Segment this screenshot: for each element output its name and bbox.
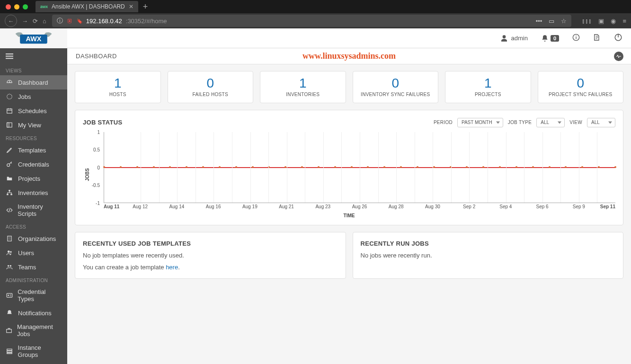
svg-rect-3 [576,37,576,39]
bell-icon [541,35,549,42]
chart-xticks: Aug 11Aug 12Aug 14Aug 16Aug 19Aug 21Aug … [104,204,615,211]
sidebar-item-credentials[interactable]: Credentials [0,157,67,171]
jobtype-select[interactable]: ALL [536,118,565,127]
svg-rect-28 [7,353,12,354]
sidebar-item-inventory-scripts[interactable]: Inventory Scripts [0,200,67,221]
summary-card[interactable]: 1PROJECTS [445,71,531,103]
activity-stream-button[interactable] [614,52,623,61]
user-menu[interactable]: admin [500,35,527,42]
sidebar-item-label: Management Jobs [17,323,62,337]
svg-point-14 [7,164,10,167]
docs-button[interactable] [593,34,601,43]
sidebar-item-templates[interactable]: Templates [0,143,67,157]
browser-tab[interactable]: awx Ansible AWX | DASHBOARD ✕ [36,1,138,12]
view-label: VIEW [569,120,582,125]
sidebar-item-instance-groups[interactable]: Instance Groups [0,341,67,362]
job-status-panel: JOB STATUS PERIOD PAST MONTH JOB TYPE AL… [75,110,623,225]
bookmark-icon[interactable]: ☆ [561,18,567,25]
new-tab-button[interactable]: + [143,2,148,12]
svg-point-21 [8,265,9,267]
summary-card[interactable]: 0PROJECT SYNC FAILURES [538,71,624,103]
protection-icon[interactable]: ▭ [549,18,554,25]
sidebar-section-resources: RESOURCES [0,132,67,143]
sidebar-item-organizations[interactable]: Organizations [0,231,67,246]
heartbeat-icon [616,53,622,59]
forward-button[interactable]: → [22,18,28,25]
shield-icon[interactable]: ⛨ [67,18,73,25]
summary-card[interactable]: 0FAILED HOSTS [168,71,254,103]
account-icon[interactable]: ◉ [611,18,616,25]
awx-logo-icon: AWX [15,30,53,46]
library-icon[interactable]: ⫿⫿⫿ [582,18,592,25]
sidebar-item-users[interactable]: Users [0,246,67,260]
svg-rect-15 [9,190,10,191]
recent-templates-panel: RECENTLY USED JOB TEMPLATES No job templ… [75,232,346,279]
logo[interactable]: AWX [0,28,67,48]
sidebar-item-label: Notifications [18,310,52,317]
sidebar-toggle-icon[interactable]: ▣ [598,18,604,25]
logout-button[interactable] [614,33,622,43]
server-icon [6,347,13,355]
users-icon [6,263,13,271]
sidebar-item-applications[interactable]: Applications [0,362,67,364]
notifications-button[interactable]: 0 [541,35,559,42]
pencil-icon [6,146,13,154]
sidebar-item-inventories[interactable]: Inventories [0,186,67,200]
summary-card[interactable]: 1HOSTS [75,71,161,103]
svg-rect-16 [7,194,8,195]
chart-area [104,132,615,203]
id-icon [6,292,13,299]
sidebar-item-jobs[interactable]: Jobs [0,89,67,104]
period-select[interactable]: PAST MONTH [457,118,503,127]
window-minimize-icon[interactable] [14,4,19,9]
view-select[interactable]: ALL [587,118,615,127]
sidebar-item-projects[interactable]: Projects [0,171,67,186]
menu-icon[interactable]: ≡ [622,18,626,25]
card-label: HOSTS [79,92,157,97]
about-button[interactable] [572,34,580,43]
sidebar-section-views: VIEWS [0,64,67,75]
window-maximize-icon[interactable] [23,4,28,9]
back-button[interactable]: ← [5,15,17,27]
summary-card[interactable]: 0INVENTORY SYNC FAILURES [353,71,439,103]
svg-rect-4 [576,36,576,36]
info-icon[interactable]: ⓘ [57,17,63,25]
address-bar[interactable]: ⓘ ⛨ 🔖 192.168.0.42:30352/#/home ••• ▭ ☆ [52,15,572,27]
sidebar-item-teams[interactable]: Teams [0,260,67,274]
notification-badge: 0 [551,35,559,42]
browser-chrome: awx Ansible AWX | DASHBOARD ✕ + ← → ⟳ ⌂ … [0,0,631,28]
sidebar-item-credential-types[interactable]: Credential Types [0,285,67,306]
sidebar-toggle[interactable] [0,48,67,64]
job-status-filters: PERIOD PAST MONTH JOB TYPE ALL VIEW ALL [434,118,615,127]
sidebar-item-notifications[interactable]: Notifications [0,306,67,320]
sidebar-item-schedules[interactable]: Schedules [0,104,67,118]
home-button[interactable]: ⌂ [43,18,46,25]
view-value: ALL [591,120,600,125]
tab-favicon: awx [40,4,48,9]
svg-rect-12 [7,123,12,127]
create-template-link[interactable]: here [166,264,178,271]
key-icon [6,160,13,168]
recent-templates-title: RECENTLY USED JOB TEMPLATES [83,240,191,247]
recent-jobs-title: RECENTLY RUN JOBS [361,240,429,247]
tag-icon: 🔖 [77,18,82,24]
sidebar-item-label: Jobs [18,93,31,100]
window-close-icon[interactable] [6,4,11,9]
svg-point-20 [10,251,12,253]
sidebar-item-myview[interactable]: My View [0,118,67,132]
sidebar-item-label: Schedules [18,107,47,115]
page-header: DASHBOARD www.linuxsysadmins.com [67,48,631,64]
card-value: 0 [172,76,249,91]
sidebar-item-dashboard[interactable]: Dashboard [0,75,67,89]
main-content: DASHBOARD www.linuxsysadmins.com 1HOSTS0… [67,48,631,364]
svg-rect-18 [8,236,11,241]
book-icon [593,34,601,41]
sidebar-item-management-jobs[interactable]: Management Jobs [0,320,67,341]
ellipsis-icon[interactable]: ••• [536,18,542,25]
svg-text:AWX: AWX [26,35,42,43]
svg-rect-7 [6,53,13,54]
summary-card[interactable]: 1INVENTORIES [260,71,346,103]
close-tab-icon[interactable]: ✕ [129,3,133,10]
users-icon [6,249,13,257]
reload-button[interactable]: ⟳ [33,18,38,25]
